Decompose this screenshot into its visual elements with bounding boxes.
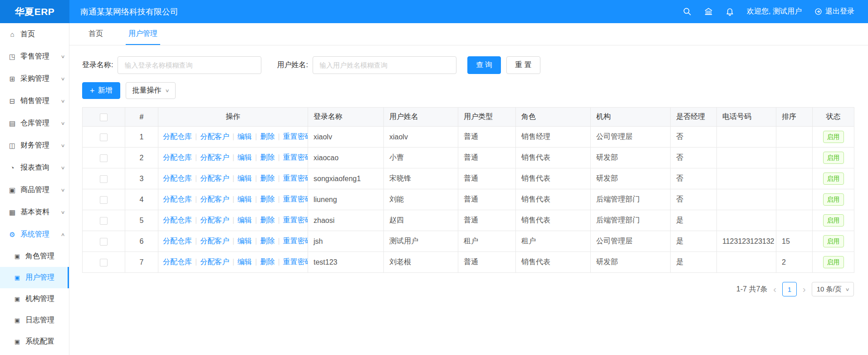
- delete-link[interactable]: 删除: [260, 195, 275, 203]
- add-button[interactable]: + 新增: [82, 82, 120, 99]
- edit-link[interactable]: 编辑: [237, 195, 252, 203]
- sidebar-subitem-role[interactable]: ▣角色管理: [0, 246, 69, 267]
- assign-customer-link[interactable]: 分配客户: [200, 133, 229, 140]
- status-badge: 启用: [823, 173, 844, 184]
- tab-home[interactable]: 首页: [86, 23, 106, 45]
- sidebar-subitem-log[interactable]: ▣日志管理: [0, 310, 69, 331]
- status-badge: 启用: [823, 131, 844, 143]
- edit-link[interactable]: 编辑: [237, 133, 252, 140]
- row-checkbox[interactable]: [100, 238, 108, 246]
- sidebar-item-warehouse[interactable]: ▤仓库管理∨: [0, 112, 69, 134]
- sidebar-item-retail[interactable]: ◳零售管理∨: [0, 45, 69, 68]
- assign-warehouse-link[interactable]: 分配仓库: [163, 153, 192, 161]
- select-all-checkbox[interactable]: [100, 113, 108, 121]
- reset-password-link[interactable]: 重置密码: [283, 237, 308, 245]
- sidebar-item-label: 商品管理: [20, 185, 49, 195]
- pagination-total: 1-7 共7条: [736, 285, 767, 294]
- delete-link[interactable]: 删除: [260, 153, 275, 161]
- delete-link[interactable]: 删除: [260, 216, 275, 224]
- assign-warehouse-link[interactable]: 分配仓库: [163, 258, 192, 266]
- cell-operations: 分配仓库|分配客户|编辑|删除|重置密码: [158, 127, 308, 148]
- row-checkbox[interactable]: [100, 217, 108, 225]
- chevron-down-icon: ∨: [60, 54, 65, 59]
- sidebar-subitem-config[interactable]: ▣系统配置: [0, 331, 69, 352]
- delete-link[interactable]: 删除: [260, 258, 275, 266]
- row-checkbox[interactable]: [100, 196, 108, 204]
- edit-link[interactable]: 编辑: [237, 258, 252, 266]
- reset-password-link[interactable]: 重置密码: [283, 153, 308, 161]
- sidebar-item-sales[interactable]: ⊟销售管理∨: [0, 90, 69, 112]
- assign-customer-link[interactable]: 分配客户: [200, 258, 229, 266]
- sidebar-subitem-label: 日志管理: [25, 316, 54, 325]
- sidebar-item-goods[interactable]: ▣商品管理∨: [0, 179, 69, 201]
- row-checkbox[interactable]: [100, 259, 108, 266]
- edit-link[interactable]: 编辑: [237, 216, 252, 224]
- row-checkbox[interactable]: [100, 154, 108, 162]
- edit-link[interactable]: 编辑: [237, 153, 252, 161]
- search-button[interactable]: 查 询: [467, 56, 501, 74]
- next-page-button[interactable]: ›: [801, 285, 807, 294]
- chevron-down-icon: ∨: [165, 88, 169, 93]
- cell-login: jsh: [308, 231, 384, 252]
- cell-org: 研发部: [591, 252, 671, 273]
- sidebar-item-home[interactable]: ⌂首页: [0, 23, 69, 45]
- reset-password-link[interactable]: 重置密码: [283, 133, 308, 140]
- tab-user[interactable]: 用户管理: [126, 23, 160, 45]
- login-name-input[interactable]: [118, 56, 261, 74]
- chevron-up-icon: ∧: [60, 232, 65, 237]
- assign-customer-link[interactable]: 分配客户: [200, 174, 229, 182]
- edit-link[interactable]: 编辑: [237, 174, 252, 182]
- sidebar-subitem-user[interactable]: ▣用户管理: [0, 267, 69, 288]
- assign-warehouse-link[interactable]: 分配仓库: [163, 237, 192, 245]
- op-separator: |: [232, 153, 234, 161]
- assign-customer-link[interactable]: 分配客户: [200, 153, 229, 161]
- purchase-icon: ⊞: [7, 75, 17, 83]
- reset-button[interactable]: 重 置: [506, 56, 540, 74]
- page-number-button[interactable]: 1: [782, 282, 797, 296]
- op-separator: |: [232, 258, 234, 266]
- page-size-select[interactable]: 10 条/页 ∨: [812, 282, 854, 296]
- row-checkbox[interactable]: [100, 133, 108, 141]
- logout-button[interactable]: 退出登录: [814, 7, 854, 16]
- table-row: 6分配仓库|分配客户|编辑|删除|重置密码jsh测试用户租户租户公司管理层是11…: [83, 231, 854, 252]
- assign-customer-link[interactable]: 分配客户: [200, 195, 229, 203]
- edit-link[interactable]: 编辑: [237, 237, 252, 245]
- cell-checkbox: [83, 252, 125, 273]
- batch-operations-button[interactable]: 批量操作 ∨: [126, 82, 176, 99]
- sidebar-item-system[interactable]: ⚙系统管理∧: [0, 223, 69, 246]
- prev-page-button[interactable]: ‹: [772, 285, 778, 294]
- reset-password-link[interactable]: 重置密码: [283, 174, 308, 182]
- cell-index: 6: [125, 231, 158, 252]
- reset-password-link[interactable]: 重置密码: [283, 195, 308, 203]
- sidebar-item-label: 报表查询: [20, 163, 49, 173]
- assign-warehouse-link[interactable]: 分配仓库: [163, 174, 192, 182]
- reset-password-link[interactable]: 重置密码: [283, 216, 308, 224]
- page-size-value: 10 条/页: [817, 285, 842, 294]
- app-logo[interactable]: 华夏ERP: [0, 0, 69, 23]
- op-separator: |: [278, 195, 280, 203]
- sidebar-item-label: 财务管理: [20, 141, 49, 150]
- assign-customer-link[interactable]: 分配客户: [200, 237, 229, 245]
- reset-password-link[interactable]: 重置密码: [283, 258, 308, 266]
- user-name-input[interactable]: [313, 56, 456, 74]
- delete-link[interactable]: 删除: [260, 174, 275, 182]
- sidebar-item-purchase[interactable]: ⊞采购管理∨: [0, 68, 69, 90]
- sidebar-item-finance[interactable]: ◫财务管理∨: [0, 134, 69, 157]
- row-checkbox[interactable]: [100, 175, 108, 183]
- assign-warehouse-link[interactable]: 分配仓库: [163, 195, 192, 203]
- search-icon[interactable]: [683, 7, 691, 16]
- assign-warehouse-link[interactable]: 分配仓库: [163, 216, 192, 224]
- delete-link[interactable]: 删除: [260, 133, 275, 140]
- document-icon: ▣: [12, 296, 22, 302]
- chevron-down-icon: ∨: [60, 99, 65, 104]
- sidebar-item-report[interactable]: ◔报表查询∨: [0, 157, 69, 179]
- bank-icon[interactable]: [704, 7, 713, 16]
- sidebar-subitem-org[interactable]: ▣机构管理: [0, 288, 69, 310]
- assign-customer-link[interactable]: 分配客户: [200, 216, 229, 224]
- delete-link[interactable]: 删除: [260, 237, 275, 245]
- bell-icon[interactable]: [726, 7, 734, 16]
- cell-index: 2: [125, 148, 158, 168]
- assign-warehouse-link[interactable]: 分配仓库: [163, 133, 192, 140]
- op-separator: |: [255, 195, 257, 203]
- sidebar-item-basic[interactable]: ▦基本资料∨: [0, 201, 69, 223]
